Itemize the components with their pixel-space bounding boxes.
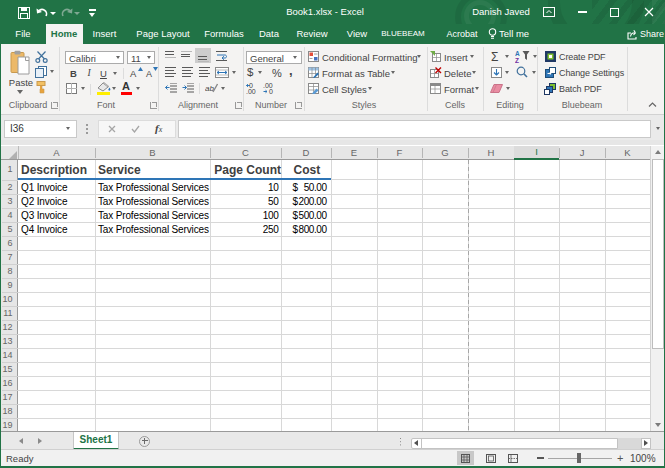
svg-text:.00: .00 xyxy=(246,88,256,95)
svg-text:Z: Z xyxy=(515,57,519,63)
svg-text:0: 0 xyxy=(269,88,273,95)
svg-text:A: A xyxy=(515,50,520,57)
